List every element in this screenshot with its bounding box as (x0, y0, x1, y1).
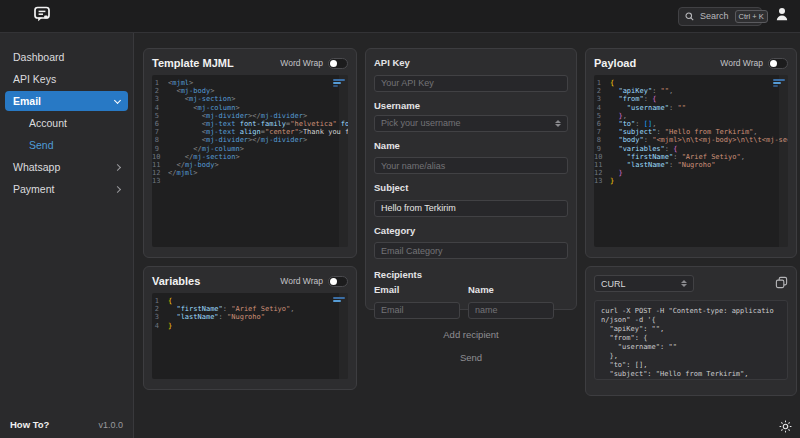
recipients-label: Recipients (374, 269, 568, 280)
code-token: > (231, 95, 235, 103)
send-email-form-panel: API Key Username Pick your username Name… (365, 48, 577, 310)
code-token: "to" (618, 120, 635, 128)
line-number: 13 (594, 177, 610, 185)
sidebar-item-email[interactable]: Email (5, 91, 128, 111)
sidebar-item-label: Payment (13, 183, 54, 195)
code-line-content: "subject": "Hello from Terkirim", (610, 128, 788, 136)
code-line: 5 <mj-divider></mj-divider> (152, 112, 348, 120)
copy-snippet-button[interactable] (775, 276, 788, 289)
code-line: 3 "lastName": "Nugroho" (152, 313, 348, 321)
how-to-link[interactable]: How To? (10, 419, 49, 430)
recipients-section: Recipients Email Name (374, 269, 568, 319)
search-button[interactable]: Search Ctrl + K (678, 7, 762, 26)
code-token: : (644, 95, 652, 103)
code-line-content: <mj-divider></mj-divider> (168, 112, 348, 120)
payload-editor[interactable]: 1{2 "apiKey": "",3 "from": {4 "username"… (594, 75, 788, 247)
code-token: "<mjml>\n\t<mj-body>\n\t\t<mj-section>\n… (652, 136, 788, 144)
word-wrap-control: Word Wrap (280, 58, 348, 69)
code-line-content: "lastName": "Nugroho" (168, 313, 348, 321)
code-token: : (673, 153, 681, 161)
recipient-name-input[interactable] (468, 302, 554, 319)
line-number: 10 (152, 153, 168, 161)
sidebar-item-api-keys[interactable]: API Keys (5, 69, 128, 89)
app-root: Search Ctrl + K DashboardAPI KeysEmailAc… (0, 0, 800, 438)
word-wrap-toggle[interactable] (768, 58, 788, 69)
snippet-format-select[interactable]: CURL (594, 275, 694, 292)
code-line-content: { (610, 79, 788, 87)
code-token: : (223, 305, 231, 313)
code-token (337, 120, 341, 128)
code-token (168, 112, 202, 120)
code-line-content: { (168, 297, 348, 305)
code-line: 9 </mj-column> (152, 145, 348, 153)
word-wrap-label: Word Wrap (720, 58, 763, 68)
code-token: } (168, 322, 172, 330)
template-editor[interactable]: 1<mjml>2 <mj-body>3 <mj-section>4 <mj-co… (152, 75, 348, 247)
sidebar-item-account[interactable]: Account (5, 113, 128, 133)
code-token: mj-text (206, 120, 236, 128)
code-token: : (656, 128, 664, 136)
code-line-content: } (610, 177, 788, 185)
line-number: 5 (152, 112, 168, 120)
variables-panel-header: Variables Word Wrap (152, 275, 348, 287)
name-input[interactable] (374, 157, 568, 174)
send-button[interactable]: Send (460, 352, 482, 363)
sidebar-item-whatsapp[interactable]: Whatsapp (5, 157, 128, 177)
line-number: 11 (594, 161, 610, 169)
search-label: Search (700, 11, 729, 21)
code-token: , (623, 112, 627, 120)
code-token: "apiKey" (618, 87, 652, 95)
code-token: [] (644, 120, 652, 128)
code-line: 6 "to": [], (594, 120, 788, 128)
sidebar-item-send[interactable]: Send (5, 135, 128, 155)
app-version: v1.0.0 (98, 420, 123, 430)
word-wrap-toggle[interactable] (328, 276, 348, 287)
add-recipient-button[interactable]: Add recipient (443, 329, 498, 340)
code-token (168, 153, 185, 161)
code-token: mj-column (202, 145, 240, 153)
code-token: ></ (248, 112, 261, 120)
api-key-input[interactable] (374, 75, 568, 92)
subject-input[interactable] (374, 200, 568, 217)
code-line: 8 <mj-divider></mj-divider> (152, 136, 348, 144)
code-token: { (673, 145, 677, 153)
sidebar-item-dashboard[interactable]: Dashboard (5, 47, 128, 67)
code-token: > (189, 79, 193, 87)
code-token: > (214, 161, 218, 169)
code-token (610, 104, 627, 112)
recipient-email-input[interactable] (374, 302, 460, 319)
user-avatar-button[interactable] (774, 6, 790, 26)
category-input[interactable] (374, 242, 568, 259)
code-token: > (303, 136, 307, 144)
line-number: 3 (152, 95, 168, 103)
template-panel-title: Template MJML (152, 57, 234, 69)
code-token: "Hello from Terkirim" (665, 128, 754, 136)
select-arrows-icon (555, 120, 561, 127)
theme-toggle-button[interactable] (779, 420, 792, 433)
code-token: , (741, 153, 745, 161)
code-token: mj-divider (206, 136, 248, 144)
code-line: 12 } (594, 169, 788, 177)
app-logo[interactable] (32, 4, 52, 28)
code-token: : (644, 136, 652, 144)
copy-icon (775, 276, 788, 289)
topbar: Search Ctrl + K (0, 0, 800, 33)
name-field: Name (374, 140, 568, 175)
code-token: "Nugroho" (227, 313, 265, 321)
username-select[interactable]: Pick your username (374, 115, 568, 132)
payload-panel-title: Payload (594, 57, 636, 69)
sidebar-item-payment[interactable]: Payment (5, 179, 128, 199)
code-token: mj-divider (261, 136, 303, 144)
main-content: Template MJML Word Wrap 1<mjml>2 <mj-bod… (134, 33, 800, 438)
code-line-content: <mj-column> (168, 104, 348, 112)
code-token: "variables" (618, 145, 664, 153)
code-line: 2 "apiKey": "", (594, 87, 788, 95)
recipient-name-column: Name (468, 284, 554, 319)
code-token: "lastName" (176, 313, 218, 321)
code-line-content: }, (610, 112, 788, 120)
word-wrap-toggle[interactable] (328, 58, 348, 69)
variables-editor[interactable]: 1{2 "firstName": "Arief Setiyo",3 "lastN… (152, 293, 348, 379)
curl-snippet-code[interactable]: curl -X POST -H "Content-type: applicati… (594, 300, 788, 380)
line-number: 10 (594, 153, 610, 161)
code-line-content: <mj-text font-family="helvetica" font-si… (168, 120, 348, 128)
